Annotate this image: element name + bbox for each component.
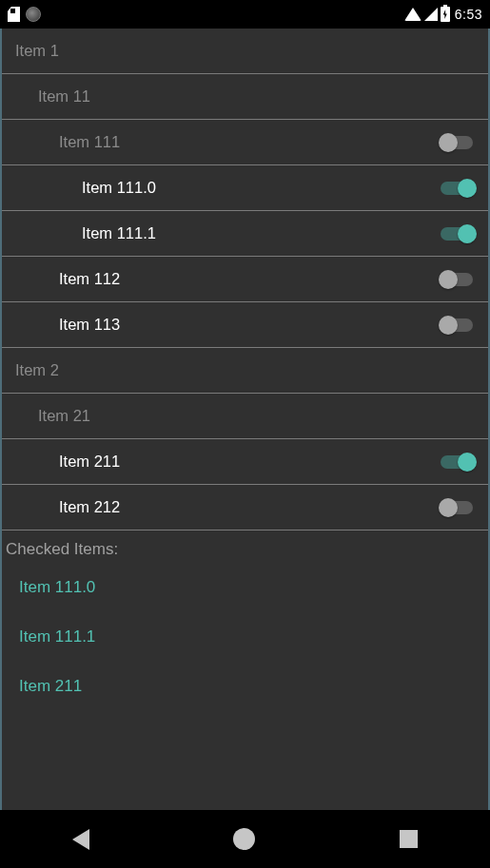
tree-item-label: Item 113	[59, 316, 441, 334]
wifi-icon	[404, 8, 421, 21]
sd-card-icon	[8, 7, 20, 22]
tree-item[interactable]: Item 211	[2, 439, 488, 485]
toggle-switch[interactable]	[441, 270, 479, 289]
tree-list: Item 1Item 11Item 111Item 111.0Item 111.…	[2, 29, 488, 530]
checked-item: Item 111.1	[2, 612, 488, 662]
toggle-switch[interactable]	[441, 316, 479, 335]
tree-header-label: Item 21	[38, 407, 479, 425]
tree-header-label: Item 11	[38, 87, 479, 106]
nav-home-button[interactable]	[233, 828, 255, 850]
tree-item-label: Item 211	[59, 453, 441, 471]
tree-item[interactable]: Item 111.1	[2, 211, 488, 257]
tree-item-label: Item 112	[59, 270, 441, 288]
nav-back-button[interactable]	[72, 829, 89, 850]
tree-header[interactable]: Item 21	[2, 394, 488, 439]
tree-header-label: Item 1	[15, 42, 479, 60]
navigation-bar	[0, 810, 490, 868]
tree-item[interactable]: Item 113	[2, 302, 488, 348]
tree-item-label: Item 111.0	[82, 179, 441, 197]
toggle-switch[interactable]	[441, 453, 479, 472]
tree-item[interactable]: Item 212	[2, 485, 488, 530]
tree-item[interactable]: Item 111.0	[2, 165, 488, 211]
checked-item: Item 111.0	[2, 563, 488, 612]
tree-item-label: Item 111.1	[82, 224, 441, 242]
tree-header[interactable]: Item 1	[2, 29, 488, 74]
tree-header[interactable]: Item 2	[2, 348, 488, 394]
toggle-switch[interactable]	[441, 179, 479, 198]
checked-item: Item 211	[2, 662, 488, 711]
checked-items-list: Item 111.0Item 111.1Item 211	[2, 563, 488, 711]
tree-header[interactable]: Item 11	[2, 74, 488, 120]
loading-circle-icon	[26, 7, 41, 22]
toggle-switch[interactable]	[441, 498, 479, 517]
nav-recent-button[interactable]	[400, 830, 418, 848]
main-content: Item 1Item 11Item 111Item 111.0Item 111.…	[0, 29, 490, 810]
status-clock: 6:53	[455, 7, 482, 22]
tree-header-label: Item 2	[15, 361, 479, 379]
toggle-switch[interactable]	[441, 224, 479, 243]
tree-item-label: Item 111	[59, 133, 441, 151]
checked-items-title: Checked Items:	[2, 530, 488, 563]
cell-signal-icon	[424, 8, 438, 21]
status-bar: 6:53	[0, 0, 490, 29]
battery-charging-icon	[441, 7, 450, 22]
tree-item-label: Item 212	[59, 498, 441, 516]
tree-item[interactable]: Item 112	[2, 257, 488, 302]
tree-item[interactable]: Item 111	[2, 120, 488, 165]
toggle-switch[interactable]	[441, 133, 479, 152]
